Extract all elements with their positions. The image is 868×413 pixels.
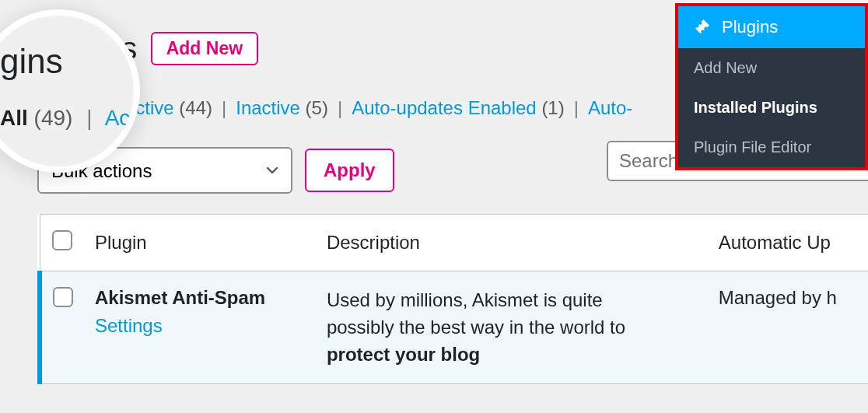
submenu-item-editor[interactable]: Plugin File Editor [678, 128, 865, 167]
page-title: Plugins [37, 31, 137, 66]
plug-icon [692, 18, 711, 37]
separator: | [109, 97, 114, 119]
separator: | [222, 97, 226, 119]
filter-active-label: Active [123, 97, 173, 118]
plugin-cell: Akismet Anti-Spam Settings [84, 271, 316, 384]
col-description[interactable]: Description [316, 215, 708, 271]
lens-all-label: All [0, 106, 28, 130]
table-header-row: Plugin Description Automatic Up [40, 215, 868, 271]
filter-auto-partial[interactable]: Auto- [588, 97, 632, 119]
table-row: Akismet Anti-Spam Settings Used by milli… [40, 271, 868, 384]
auto-update-cell: Managed by h [708, 271, 868, 384]
plugins-submenu: Plugins Add New Installed Plugins Plugin… [675, 3, 868, 170]
desc-bold: protect your blog [327, 344, 480, 365]
bulk-select-wrap: Bulk actions [37, 147, 292, 194]
filter-all-count: (49) [66, 97, 100, 118]
row-checkbox[interactable] [53, 287, 73, 307]
filter-all-label: All [37, 97, 61, 118]
submenu-item-installed[interactable]: Installed Plugins [678, 88, 865, 128]
bulk-actions-select[interactable]: Bulk actions [37, 147, 292, 194]
plugins-table: Plugin Description Automatic Up Akismet … [37, 214, 868, 384]
row-check-cell [40, 271, 84, 384]
filter-auto-enabled-label: Auto-updates Enabled [352, 97, 537, 118]
apply-button[interactable]: Apply [305, 149, 394, 192]
separator: | [574, 97, 579, 119]
select-all-header [40, 215, 84, 271]
filter-inactive-label: Inactive [236, 97, 300, 118]
filter-auto-enabled-count: (1) [541, 97, 564, 118]
filter-inactive[interactable]: Inactive (5) [236, 97, 328, 119]
separator: | [338, 97, 342, 119]
row-actions: Settings [95, 315, 305, 337]
select-all-checkbox[interactable] [52, 230, 72, 250]
col-plugin[interactable]: Plugin [84, 215, 316, 271]
submenu-item-add-new[interactable]: Add New [678, 48, 865, 88]
col-auto[interactable]: Automatic Up [708, 215, 868, 271]
desc-pre: Used by millions, Akismet is quite possi… [327, 289, 625, 338]
submenu-header[interactable]: Plugins [678, 6, 865, 48]
plugin-name: Akismet Anti-Spam [95, 287, 305, 309]
plugins-page: Plugins Add New All (49) | Active (44) |… [0, 0, 868, 413]
plugin-description: Used by millions, Akismet is quite possi… [327, 287, 630, 368]
filter-active[interactable]: Active (44) [123, 97, 212, 119]
description-cell: Used by millions, Akismet is quite possi… [316, 271, 708, 384]
filter-auto-enabled[interactable]: Auto-updates Enabled (1) [352, 97, 565, 119]
filter-active-count: (44) [179, 97, 212, 118]
settings-link[interactable]: Settings [95, 315, 163, 336]
filter-all[interactable]: All (49) [37, 97, 100, 119]
filter-inactive-count: (5) [306, 97, 328, 118]
submenu-title: Plugins [722, 17, 778, 37]
add-new-button[interactable]: Add New [151, 32, 258, 65]
